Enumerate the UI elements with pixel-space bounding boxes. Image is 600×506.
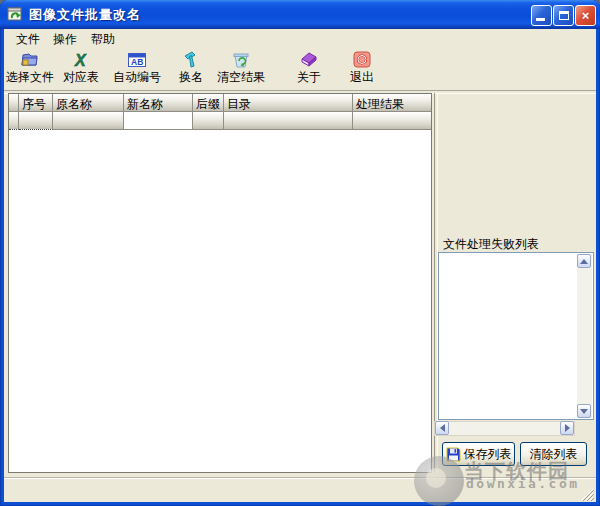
toolbar-button-about[interactable]: 关于 — [294, 50, 324, 88]
arrow-right-icon — [565, 424, 570, 432]
title-bar[interactable]: 图像文件批量改名 × — [0, 0, 600, 29]
toolbar-button-label: 选择文件 — [6, 69, 54, 86]
scroll-up-button[interactable] — [577, 254, 591, 268]
scroll-right-button[interactable] — [560, 421, 574, 435]
toolbar: 选择文件 X 对应表 AB 自动编号 — [4, 48, 596, 90]
close-icon: × — [582, 9, 590, 22]
grid-header-index: 序号 — [19, 94, 53, 112]
exit-icon — [353, 50, 371, 68]
fail-list-box[interactable] — [438, 252, 594, 420]
grid-header-suffix: 后缀 — [193, 94, 224, 112]
ab-window-icon: AB — [127, 50, 147, 68]
toolbar-button-rename[interactable]: 换名 — [176, 50, 206, 88]
grid-header-result: 处理结果 — [353, 94, 431, 112]
recycle-icon — [231, 50, 251, 68]
grid-data-row — [9, 112, 431, 130]
menu-help[interactable]: 帮助 — [84, 29, 122, 47]
clear-list-button[interactable]: 清除列表 — [520, 442, 587, 466]
excel-x-icon: X — [71, 50, 91, 68]
grid-cell-directory — [224, 112, 353, 130]
toolbar-button-mapping-table[interactable]: X 对应表 — [62, 50, 100, 88]
floppy-icon — [446, 447, 461, 462]
menu-actions[interactable]: 操作 — [46, 29, 84, 47]
client-area: 文件 操作 帮助 选择文件 X — [4, 29, 596, 501]
window-title: 图像文件批量改名 — [29, 6, 141, 24]
menu-bar: 文件 操作 帮助 — [4, 29, 596, 48]
menu-file[interactable]: 文件 — [9, 29, 47, 47]
toolbar-button-label: 退出 — [350, 69, 374, 86]
maximize-button[interactable] — [553, 5, 574, 26]
fail-list-vertical-scrollbar[interactable] — [577, 254, 592, 418]
grid-cell-suffix — [193, 112, 224, 130]
toolbar-button-label: 对应表 — [63, 69, 99, 86]
toolbar-button-label: 关于 — [297, 69, 321, 86]
minimize-icon — [536, 18, 545, 21]
scroll-down-button[interactable] — [577, 404, 591, 418]
app-icon[interactable] — [7, 6, 24, 22]
grid-header-newname: 新名称 — [124, 94, 193, 112]
toolbar-button-label: 清空结果 — [217, 69, 265, 86]
book-icon — [299, 50, 319, 68]
arrow-left-icon — [440, 424, 445, 432]
grid-cell-original — [53, 112, 124, 130]
grid-header-selector — [9, 94, 19, 112]
minimize-button[interactable] — [531, 5, 552, 26]
svg-text:AB: AB — [131, 57, 143, 67]
fail-list-horizontal-scrollbar[interactable] — [434, 421, 575, 436]
arrow-down-icon — [580, 409, 588, 414]
arrow-up-icon — [580, 259, 588, 264]
scroll-left-button[interactable] — [435, 421, 449, 435]
grid-header-directory: 目录 — [224, 94, 353, 112]
clear-list-label: 清除列表 — [530, 446, 578, 463]
svg-text:X: X — [74, 52, 87, 68]
toolbar-button-label: 自动编号 — [113, 69, 161, 86]
grid-cell-result — [353, 112, 431, 130]
toolbar-button-clear-results[interactable]: 清空结果 — [214, 50, 268, 88]
hammer-icon — [181, 50, 201, 68]
grid-header-original: 原名称 — [53, 94, 124, 112]
close-button[interactable]: × — [575, 5, 596, 26]
grid-cell-newname[interactable] — [124, 112, 193, 130]
grid-header-row: 序号 原名称 新名称 后缀 目录 处理结果 — [9, 94, 431, 112]
grid-cell-index — [19, 112, 53, 130]
toolbar-button-auto-number[interactable]: AB 自动编号 — [110, 50, 164, 88]
fail-list-label: 文件处理失败列表 — [443, 236, 539, 253]
file-grid: 序号 原名称 新名称 后缀 目录 处理结果 — [8, 93, 432, 473]
save-list-button[interactable]: 保存列表 — [442, 442, 515, 466]
maximize-icon — [559, 11, 569, 20]
folder-select-icon — [20, 50, 40, 68]
toolbar-button-exit[interactable]: 退出 — [346, 50, 378, 88]
save-list-label: 保存列表 — [464, 446, 512, 463]
status-bar — [4, 477, 596, 502]
app-window: 图像文件批量改名 × 文件 操作 帮助 选择文件 — [0, 0, 600, 506]
toolbar-button-select-files[interactable]: 选择文件 — [4, 50, 56, 88]
resize-grip-icon[interactable] — [581, 487, 594, 500]
toolbar-button-label: 换名 — [179, 69, 203, 86]
row-selector-cell[interactable] — [9, 112, 19, 130]
